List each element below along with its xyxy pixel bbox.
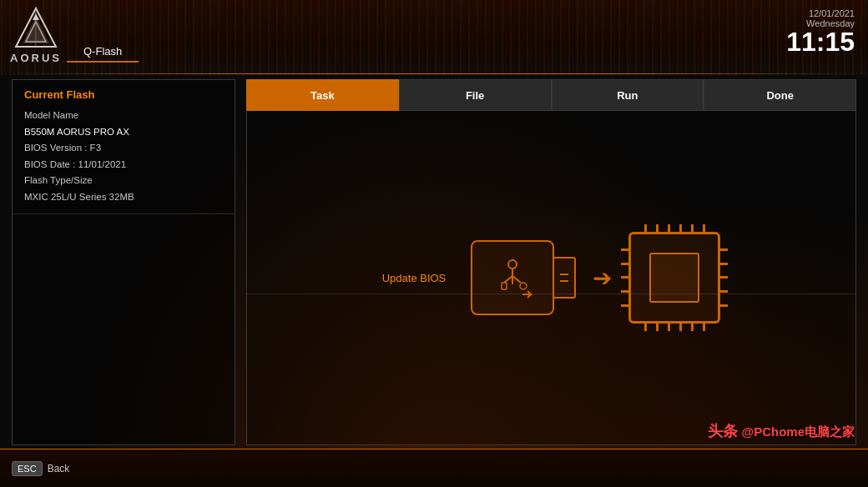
tab-task[interactable]: Task xyxy=(246,79,399,111)
logo-text: AORUS xyxy=(10,52,62,64)
pin xyxy=(691,224,694,233)
pin xyxy=(668,224,670,233)
esc-key-label: ESC xyxy=(12,461,43,476)
clock-date: 12/01/2021 Wednesday xyxy=(786,8,855,28)
pin xyxy=(703,323,705,331)
content-area: Update BIOS xyxy=(246,111,856,445)
clock-area: 12/01/2021 Wednesday 11:15 xyxy=(786,8,855,55)
top-bar-flames xyxy=(0,0,868,75)
top-divider xyxy=(0,73,868,74)
pin xyxy=(621,263,629,265)
usb-drive-box xyxy=(471,240,554,315)
right-content: Task File Run Done Update BIOS xyxy=(246,79,856,445)
aorus-logo-icon xyxy=(14,7,58,50)
back-label: Back xyxy=(48,463,70,474)
update-label: Update BIOS xyxy=(382,272,447,284)
cpu-pins-bottom xyxy=(639,323,709,331)
svg-point-10 xyxy=(520,283,527,289)
tab-done[interactable]: Done xyxy=(704,79,856,111)
pin xyxy=(679,224,682,233)
left-panel-bottom xyxy=(13,214,235,462)
cpu-pins-left xyxy=(621,243,629,313)
pin xyxy=(621,249,629,251)
cpu-chip xyxy=(628,232,720,324)
pin xyxy=(703,224,705,233)
pin xyxy=(644,224,647,233)
pin xyxy=(668,323,670,331)
step-tabs: Task File Run Done xyxy=(246,79,856,111)
clock-time: 11:15 xyxy=(786,28,855,55)
usb-plug-line-1 xyxy=(560,274,568,275)
logo-area: AORUS xyxy=(10,7,62,64)
usb-plug xyxy=(553,257,576,299)
pin xyxy=(719,276,728,279)
update-graphic: Update BIOS xyxy=(382,232,721,324)
qflash-tab[interactable]: Q-Flash xyxy=(67,42,139,63)
pin xyxy=(719,249,728,251)
pin xyxy=(656,323,659,331)
bottom-bar: ESC Back xyxy=(0,449,868,487)
usb-symbol-icon xyxy=(487,253,537,303)
tab-area: Q-Flash xyxy=(67,42,139,63)
bios-version: BIOS Version : F3 xyxy=(24,140,223,157)
pin xyxy=(719,263,728,265)
usb-container xyxy=(471,240,576,315)
tab-run[interactable]: Run xyxy=(552,79,704,111)
left-panel: Current Flash Model Name B550M AORUS PRO… xyxy=(12,79,235,445)
watermark: 头条 @PChome电脑之家 xyxy=(708,421,855,441)
pin xyxy=(719,304,728,307)
model-value: B550M AORUS PRO AX xyxy=(24,124,223,141)
flash-type-value: MXIC 25L/U Series 32MB xyxy=(24,189,223,206)
svg-rect-9 xyxy=(502,283,507,289)
pin xyxy=(621,304,629,307)
flash-type-label: Flash Type/Size xyxy=(24,173,223,189)
pin xyxy=(644,323,647,331)
watermark-prefix: 头条 xyxy=(708,423,742,439)
cpu-pins-top xyxy=(639,224,709,233)
top-bar xyxy=(0,0,868,75)
pin xyxy=(656,224,659,233)
pin xyxy=(621,276,629,279)
svg-line-7 xyxy=(504,276,512,283)
current-flash-title: Current Flash xyxy=(24,88,223,101)
svg-point-5 xyxy=(508,260,517,269)
pin xyxy=(719,290,728,293)
usb-plug-line-2 xyxy=(560,280,568,282)
left-panel-top: Current Flash Model Name B550M AORUS PRO… xyxy=(13,80,235,214)
svg-line-8 xyxy=(512,276,521,283)
pin xyxy=(679,323,682,331)
cpu-inner-die xyxy=(649,253,699,303)
model-label: Model Name xyxy=(24,108,223,124)
bios-date: BIOS Date : 11/01/2021 xyxy=(24,157,223,173)
arrow-icon: ➔ xyxy=(593,264,612,292)
cpu-pins-right xyxy=(719,243,728,313)
pin xyxy=(621,290,629,293)
watermark-handle: @PChome电脑之家 xyxy=(742,424,855,439)
pin xyxy=(691,323,694,331)
tab-file[interactable]: File xyxy=(399,79,552,111)
